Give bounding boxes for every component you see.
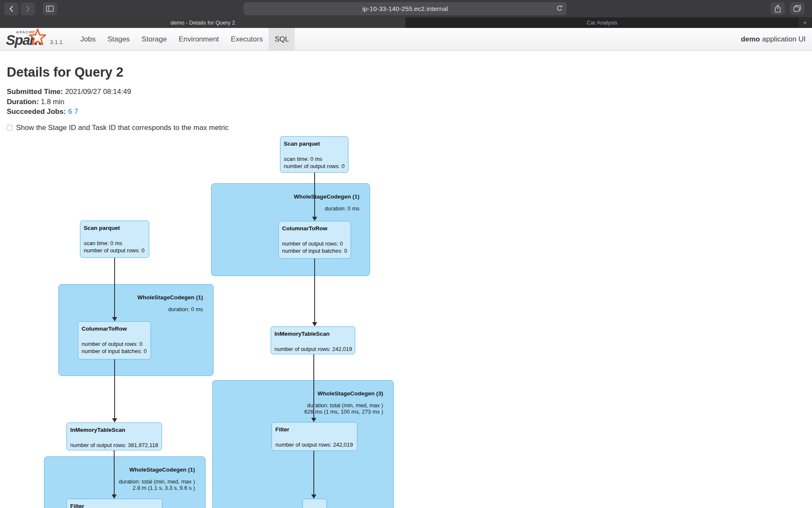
max-metric-checkbox-label: Show the Stage ID and Task ID that corre… xyxy=(16,124,228,132)
query-details-content: Details for Query 2 Submitted Time:2021/… xyxy=(0,51,812,132)
plan-node-title: Scan parquet xyxy=(84,225,145,231)
tab-car-analysis[interactable]: Car Analysis xyxy=(406,17,798,28)
plan-node-title: Filter xyxy=(275,426,354,433)
cluster-duration: duration: total (min, med, max )2.8 m (1… xyxy=(119,478,195,491)
cluster-label: WholeStageCodegen (1) xyxy=(294,193,359,200)
cluster-duration: duration: 0 ms xyxy=(325,205,359,212)
query-meta: Submitted Time:2021/09/27 08:14:49 Durat… xyxy=(7,87,812,117)
nav-tab-sql[interactable]: SQL xyxy=(269,28,295,50)
codegen-cluster: WholeStageCodegen (3)duration: total (mi… xyxy=(212,380,394,508)
duration-row: Duration:1.8 min xyxy=(7,97,812,107)
nav-tab-stages[interactable]: Stages xyxy=(102,28,136,50)
edge-arrowhead-icon xyxy=(112,418,117,422)
max-metric-checkbox[interactable] xyxy=(7,125,13,131)
edge-arrowhead-icon xyxy=(312,217,317,221)
application-ui-label: demo application UI xyxy=(741,28,806,50)
edge-line xyxy=(114,450,115,495)
tab-title: demo - Details for Query 2 xyxy=(170,19,235,26)
duration-label: Duration: xyxy=(7,98,39,106)
share-icon xyxy=(774,5,781,13)
job-6-link[interactable]: 6 xyxy=(68,108,72,116)
tab-demo-details-for-query-2[interactable]: demo - Details for Query 2 xyxy=(0,17,406,28)
plan-node-metrics: number of output rows: 0number of input … xyxy=(282,240,347,254)
codegen-cluster: WholeStageCodegen (1)duration: total (mi… xyxy=(44,456,206,508)
plan-node-title: InMemoryTableScan xyxy=(70,427,158,433)
submitted-time-value: 2021/09/27 08:14:49 xyxy=(65,88,131,96)
submitted-time-label: Submitted Time: xyxy=(7,88,63,96)
plan-node-metrics: number of output rows: 242,019 xyxy=(274,345,351,353)
cluster-duration: duration: 0 ms xyxy=(168,306,203,312)
page-title: Details for Query 2 xyxy=(7,64,812,80)
plan-node: Scan parquetscan time: 0 msnumber of out… xyxy=(80,221,149,258)
cluster-label: WholeStageCodegen (3) xyxy=(318,390,383,397)
plan-node-metrics: number of output rows: 0number of input … xyxy=(82,340,147,355)
edge-line xyxy=(313,354,314,418)
plan-node-metrics: scan time: 0 msnumber of output rows: 0 xyxy=(284,155,345,170)
tab-overview-icon xyxy=(793,5,801,12)
forward-button[interactable] xyxy=(21,3,35,15)
codegen-cluster: WholeStageCodegen (1)duration: 0 ms xyxy=(58,284,214,376)
plan-node-title: InMemoryTableScan xyxy=(274,331,351,337)
sidebar-icon xyxy=(46,6,54,12)
spark-header: APACHE Spark 3.1.1 Jobs Stages Storage E… xyxy=(0,28,812,51)
plan-node xyxy=(302,499,327,508)
spark-logo[interactable]: APACHE Spark 3.1.1 xyxy=(6,28,68,50)
share-button[interactable] xyxy=(771,2,785,15)
plan-node-title: ColumnarToRow xyxy=(82,326,147,332)
nav-tab-environment[interactable]: Environment xyxy=(173,28,225,50)
edge-arrowhead-icon xyxy=(311,418,316,422)
plan-node-metrics: scan time: 0 msnumber of output rows: 0 xyxy=(84,240,145,254)
edge-line xyxy=(114,258,115,318)
application-name: demo xyxy=(741,35,760,44)
tab-title: Car Analysis xyxy=(587,19,617,26)
safari-window: ip-10-33-140-255.ec2.internal demo - Det… xyxy=(0,0,812,508)
spark-nav: Jobs Stages Storage Environment Executor… xyxy=(74,28,295,50)
plan-node: Scan parquetscan time: 0 msnumber of out… xyxy=(280,136,348,173)
sidebar-toggle-button[interactable] xyxy=(43,3,57,15)
back-chevron-icon xyxy=(9,6,14,12)
tab-overview-button[interactable] xyxy=(790,2,804,15)
plan-node-title: Scan parquet xyxy=(284,141,345,147)
cluster-label: WholeStageCodegen (1) xyxy=(129,467,195,473)
plan-node: ColumnarToRownumber of output rows: 0num… xyxy=(278,221,351,259)
browser-toolbar: ip-10-33-140-255.ec2.internal xyxy=(0,0,812,17)
spark-star-icon xyxy=(29,28,47,46)
forward-chevron-icon xyxy=(25,6,30,12)
plan-node: ColumnarToRownumber of output rows: 0num… xyxy=(78,321,151,359)
edge-line xyxy=(314,173,315,217)
edge-line xyxy=(314,259,315,323)
new-tab-button[interactable]: + xyxy=(798,17,812,28)
edge-line xyxy=(313,451,314,495)
spark-version: 3.1.1 xyxy=(50,39,63,45)
plan-node-title: ColumnarToRow xyxy=(282,225,347,232)
succeeded-jobs-row: Succeeded Jobs:67 xyxy=(7,107,812,117)
codegen-cluster: WholeStageCodegen (1)duration: 0 ms xyxy=(211,183,370,276)
cluster-duration: duration: total (min, med, max )626 ms (… xyxy=(304,402,383,415)
plan-node-title: Filter xyxy=(70,503,159,508)
nav-tab-storage[interactable]: Storage xyxy=(136,28,173,50)
succeeded-jobs-label: Succeeded Jobs: xyxy=(7,108,66,116)
url-text: ip-10-33-140-255.ec2.internal xyxy=(362,5,448,12)
plan-node-metrics: number of output rows: 381,972,118 xyxy=(70,442,158,449)
edge-arrowhead-icon xyxy=(311,494,316,499)
cluster-label: WholeStageCodegen (1) xyxy=(137,294,203,301)
job-7-link[interactable]: 7 xyxy=(74,108,78,116)
tab-bar: demo - Details for Query 2 Car Analysis … xyxy=(0,17,812,28)
plan-node: InMemoryTableScannumber of output rows: … xyxy=(66,422,162,450)
plan-node: Filter xyxy=(66,499,162,508)
reload-button[interactable] xyxy=(556,5,563,14)
address-bar[interactable]: ip-10-33-140-255.ec2.internal xyxy=(244,2,567,15)
submitted-time-row: Submitted Time:2021/09/27 08:14:49 xyxy=(7,87,812,97)
plan-node: InMemoryTableScannumber of output rows: … xyxy=(271,326,355,354)
max-metric-checkbox-row: Show the Stage ID and Task ID that corre… xyxy=(7,124,812,132)
edge-line xyxy=(114,359,115,419)
edge-arrowhead-icon xyxy=(112,494,117,499)
back-button[interactable] xyxy=(4,3,19,15)
plan-node: Filternumber of output rows: 242,019 xyxy=(272,422,357,451)
application-ui-suffix: application UI xyxy=(762,35,806,44)
nav-tab-executors[interactable]: Executors xyxy=(225,28,269,50)
edge-arrowhead-icon xyxy=(312,322,317,326)
plan-node-metrics: number of output rows: 242,019 xyxy=(275,441,354,448)
nav-tab-jobs[interactable]: Jobs xyxy=(74,28,102,50)
edge-arrowhead-icon xyxy=(112,317,117,321)
